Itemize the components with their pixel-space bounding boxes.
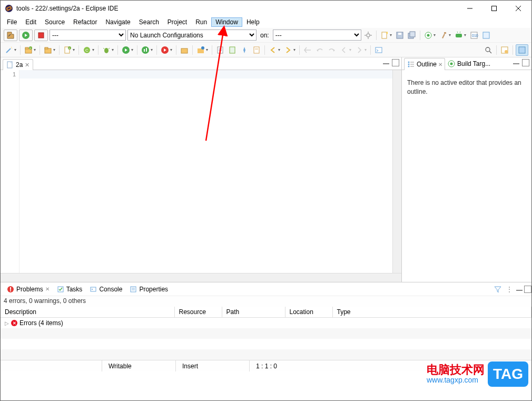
watermark-url: www.tagxp.com — [427, 376, 485, 384]
launch-mode-combo[interactable]: --- — [50, 30, 126, 41]
new-project-button[interactable]: +▾ — [23, 45, 37, 55]
minimize-button[interactable] — [458, 1, 482, 16]
save-all-button[interactable] — [407, 31, 417, 40]
svg-point-68 — [450, 63, 453, 65]
menu-navigate[interactable]: Navigate — [101, 17, 134, 27]
run-button[interactable] — [19, 30, 33, 41]
outline-tab-close-icon[interactable]: ✕ — [438, 62, 442, 67]
svg-rect-16 — [398, 33, 401, 35]
save-button[interactable] — [395, 31, 405, 40]
tab-console[interactable]: Console — [86, 284, 125, 295]
outline-tab-label: Outline — [417, 61, 437, 68]
launch-target-combo[interactable]: --- — [273, 30, 361, 41]
launch-config-combo[interactable]: No Launch Configurations — [127, 30, 257, 41]
tab-problems[interactable]: Problems ✕ — [4, 284, 53, 295]
tab-tasks[interactable]: Tasks — [54, 284, 86, 295]
next-annotation-button[interactable]: ▾ — [283, 45, 297, 55]
editor-tab-2a[interactable]: 2a ✕ — [3, 59, 33, 70]
target-button[interactable]: ▾ — [423, 31, 437, 40]
editor-minimize-icon[interactable] — [382, 59, 390, 66]
status-cell-1 — [1, 360, 102, 371]
menu-file[interactable]: File — [3, 17, 21, 27]
editor-horizontal-scrollbar[interactable] — [1, 273, 401, 282]
editor-vertical-scrollbar[interactable] — [392, 70, 401, 273]
outline-message: There is no active editor that provides … — [402, 70, 531, 282]
new-button[interactable]: ▾ — [379, 31, 393, 40]
file-icon — [6, 61, 14, 69]
status-insert: Insert — [175, 360, 249, 371]
terminal-button[interactable] — [373, 45, 384, 55]
stop-button[interactable] — [34, 30, 48, 41]
gear-icon[interactable] — [363, 31, 373, 40]
prev-annotation-button[interactable]: ▾ — [268, 45, 281, 55]
debug-button[interactable]: ▾ — [101, 45, 115, 55]
history-forward-button[interactable]: ▾ — [354, 45, 368, 55]
hammer-button[interactable]: ▾ — [438, 31, 452, 40]
menu-source[interactable]: Source — [41, 17, 69, 27]
col-path[interactable]: Path — [222, 307, 285, 318]
coverage-button[interactable]: ▾ — [140, 45, 154, 55]
open-resource-button[interactable] — [227, 45, 238, 55]
wand-button[interactable]: ▾ — [4, 45, 17, 55]
maximize-button[interactable] — [482, 1, 506, 16]
menu-help[interactable]: Help — [242, 17, 264, 27]
filter-icon[interactable] — [492, 285, 503, 294]
tab-build-targets[interactable]: Build Targ... — [445, 58, 492, 70]
tasks-tab-label: Tasks — [66, 286, 83, 293]
menu-run[interactable]: Run — [191, 17, 211, 27]
editor-content[interactable] — [19, 70, 392, 273]
redo-button[interactable] — [327, 45, 337, 55]
view-menu-icon[interactable]: ⋮ — [504, 285, 515, 294]
expand-icon[interactable]: ▷ — [5, 320, 9, 326]
outline-minimize-icon[interactable] — [513, 59, 520, 66]
outline-maximize-icon[interactable] — [522, 59, 529, 66]
perspective-open-button[interactable] — [499, 45, 510, 55]
build-button[interactable] — [4, 30, 17, 41]
svg-point-20 — [427, 34, 429, 36]
history-back-button[interactable]: ▾ — [339, 45, 352, 55]
eclipse-icon — [5, 4, 13, 13]
svg-point-9 — [367, 34, 370, 37]
problems-minimize-icon[interactable] — [516, 286, 523, 293]
profile-button[interactable]: ▾ — [160, 45, 173, 55]
col-type[interactable]: Type — [332, 307, 531, 318]
back-button[interactable] — [302, 45, 313, 55]
line-number-1: 1 — [1, 71, 16, 77]
debug-last-button[interactable]: ▾ — [454, 31, 467, 40]
problems-tab-close-icon[interactable]: ✕ — [45, 286, 50, 292]
new-folder-button[interactable]: ▾ — [43, 45, 56, 55]
class-view-button[interactable] — [481, 31, 491, 40]
binary-view-button[interactable]: 010 — [469, 31, 479, 40]
tab-outline[interactable]: Outline ✕ — [404, 58, 445, 70]
search-icon[interactable] — [483, 45, 494, 55]
close-button[interactable] — [506, 1, 530, 16]
undo-button[interactable] — [314, 45, 325, 55]
open-task-button[interactable] — [215, 45, 225, 55]
menu-window[interactable]: Window — [211, 17, 242, 27]
toggle-mark-button[interactable] — [251, 45, 262, 55]
new-file-button[interactable]: +▾ — [62, 45, 76, 55]
outline-icon — [407, 60, 415, 69]
editor-maximize-icon[interactable] — [392, 59, 399, 66]
svg-rect-18 — [410, 32, 415, 37]
perspective-cpp-button[interactable] — [516, 44, 528, 56]
tab-properties[interactable]: Properties — [126, 284, 171, 295]
pin-button[interactable] — [239, 45, 250, 55]
col-location[interactable]: Location — [285, 307, 332, 318]
col-resource[interactable]: Resource — [174, 307, 222, 318]
new-class-button[interactable]: C▾ — [82, 45, 95, 55]
table-row — [1, 349, 531, 360]
problems-maximize-icon[interactable] — [524, 286, 531, 293]
menu-search[interactable]: Search — [135, 17, 163, 27]
table-row[interactable]: ▷ ✕ Errors (4 items) — [1, 318, 531, 329]
menu-edit[interactable]: Edit — [21, 17, 41, 27]
menu-project[interactable]: Project — [163, 17, 191, 27]
open-type-button[interactable]: ▾ — [195, 45, 209, 55]
run-dropdown-button[interactable]: ▾ — [121, 45, 134, 55]
open-element-button[interactable] — [179, 45, 190, 55]
tab-close-icon[interactable]: ✕ — [25, 62, 29, 69]
svg-point-46 — [201, 46, 204, 50]
menu-refactor[interactable]: Refactor — [69, 17, 101, 27]
console-icon — [90, 286, 97, 293]
col-description[interactable]: Description — [1, 307, 174, 318]
